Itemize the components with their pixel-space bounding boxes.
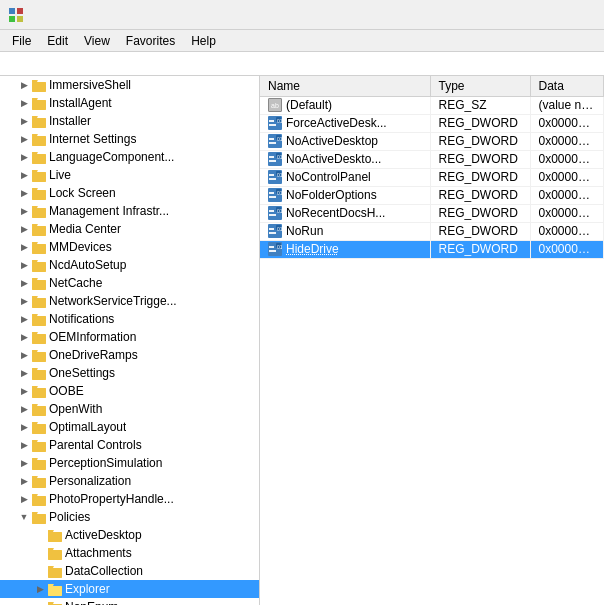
tree-expander[interactable]: ▶ [16,116,32,126]
tree-item-internetsettings[interactable]: ▶ Internet Settings [0,130,259,148]
tree-item-policies[interactable]: ▼ Policies [0,508,259,526]
tree-item-managementinfrastr[interactable]: ▶ Management Infrastr... [0,202,259,220]
svg-rect-53 [32,298,46,308]
tree-expander[interactable]: ▶ [16,332,32,342]
tree-item-networkservicetrigge[interactable]: ▶ NetworkServiceTrigge... [0,292,259,310]
svg-rect-111 [48,548,53,551]
tree-item-nonenum[interactable]: NonEnum [0,598,259,605]
tree-expander[interactable]: ▶ [16,134,32,144]
tree-expander[interactable]: ▶ [16,368,32,378]
tree-item-datacollection[interactable]: DataCollection [0,562,259,580]
minimize-button[interactable] [458,0,504,30]
table-row[interactable]: 01 NoRunREG_DWORD0x00000000 (0) [260,222,604,240]
tree-expander[interactable]: ▶ [16,278,32,288]
tree-expander[interactable]: ▶ [16,206,32,216]
tree-expander[interactable]: ▶ [16,404,32,414]
svg-rect-135 [269,156,274,158]
close-button[interactable] [550,0,596,30]
tree-item-activedesktop[interactable]: ActiveDesktop [0,526,259,544]
tree-item-lockscreen[interactable]: ▶ Lock Screen [0,184,259,202]
table-row[interactable]: 01 NoFolderOptionsREG_DWORD0x00000000 (0… [260,186,604,204]
tree-item-photopropertyhandle[interactable]: ▶ PhotoPropertyHandle... [0,490,259,508]
values-panel[interactable]: Name Type Data ab(Default)REG_SZ(value n… [260,76,604,605]
svg-rect-3 [17,16,23,22]
tree-expander[interactable]: ▶ [16,152,32,162]
table-row[interactable]: ab(Default)REG_SZ(value not set) [260,96,604,114]
table-row[interactable]: 01 NoActiveDesktopREG_DWORD0x00000000 (0… [260,132,604,150]
tree-expander[interactable]: ▶ [16,170,32,180]
tree-item-onesettings[interactable]: ▶ OneSettings [0,364,259,382]
tree-item-installer[interactable]: ▶ Installer [0,112,259,130]
tree-item-immersiveshell[interactable]: ▶ ImmersiveShell [0,76,259,94]
table-row[interactable]: 01 NoRecentDocsH...REG_DWORD0x00000000 (… [260,204,604,222]
tree-expander[interactable]: ▶ [16,242,32,252]
svg-rect-43 [32,242,37,245]
table-row[interactable]: 01 NoActiveDeskto...REG_DWORD0x00000001 … [260,150,604,168]
tree-expander[interactable]: ▶ [16,422,32,432]
folder-icon [32,295,46,308]
tree-item-notifications[interactable]: ▶ Notifications [0,310,259,328]
tree-item-explorer[interactable]: ▶ Explorer [0,580,259,598]
tree-panel[interactable]: ▶ ImmersiveShell▶ InstallAgent▶ Installe… [0,76,260,605]
tree-expander[interactable]: ▶ [16,350,32,360]
tree-expander[interactable]: ▶ [16,224,32,234]
tree-item-oobe[interactable]: ▶ OOBE [0,382,259,400]
value-type-cell: REG_DWORD [430,150,530,168]
tree-item-label: Attachments [65,546,132,560]
tree-expander[interactable]: ▶ [16,440,32,450]
table-row[interactable]: 01 NoControlPanelREG_DWORD0x00000000 (0) [260,168,604,186]
tree-item-oeminformation[interactable]: ▶ OEMInformation [0,328,259,346]
tree-expander[interactable]: ▼ [16,512,32,522]
svg-rect-33 [32,208,46,218]
tree-item-parentalcontrols[interactable]: ▶ Parental Controls [0,436,259,454]
column-type[interactable]: Type [430,76,530,96]
tree-expander[interactable]: ▶ [16,458,32,468]
tree-expander[interactable]: ▶ [16,80,32,90]
address-bar [0,52,604,76]
tree-item-label: LanguageComponent... [49,150,174,164]
tree-item-attachments[interactable]: Attachments [0,544,259,562]
tree-item-label: Explorer [65,582,110,596]
tree-item-label: Notifications [49,312,114,326]
tree-item-perceptionsimulation[interactable]: ▶ PerceptionSimulation [0,454,259,472]
menu-item-edit[interactable]: Edit [39,32,76,50]
value-type-cell: REG_DWORD [430,132,530,150]
tree-expander[interactable]: ▶ [16,260,32,270]
tree-expander[interactable]: ▶ [16,188,32,198]
value-name: ForceActiveDesk... [286,116,387,130]
tree-item-optimallayout[interactable]: ▶ OptimalLayout [0,418,259,436]
tree-item-installagent[interactable]: ▶ InstallAgent [0,94,259,112]
tree-expander[interactable]: ▶ [16,296,32,306]
tree-item-mmdevices[interactable]: ▶ MMDevices [0,238,259,256]
menu-item-file[interactable]: File [4,32,39,50]
title-bar [0,0,604,30]
svg-rect-97 [32,496,46,506]
folder-icon [32,313,46,326]
table-row[interactable]: 01 HideDriveREG_DWORD0x00000000 (0) [260,240,604,258]
tree-expander[interactable]: ▶ [16,314,32,324]
folder-icon [32,421,46,434]
tree-item-ncdautosetup[interactable]: ▶ NcdAutoSetup [0,256,259,274]
maximize-button[interactable] [504,0,550,30]
tree-item-live[interactable]: ▶ Live [0,166,259,184]
tree-item-mediacenter[interactable]: ▶ Media Center [0,220,259,238]
tree-expander[interactable]: ▶ [16,476,32,486]
tree-item-openwith[interactable]: ▶ OpenWith [0,400,259,418]
tree-expander[interactable]: ▶ [16,386,32,396]
menu-item-help[interactable]: Help [183,32,224,50]
menu-item-view[interactable]: View [76,32,118,50]
column-data[interactable]: Data [530,76,604,96]
tree-expander[interactable]: ▶ [16,98,32,108]
tree-item-label: Policies [49,510,90,524]
svg-rect-73 [32,388,46,398]
menu-item-favorites[interactable]: Favorites [118,32,183,50]
tree-item-onedriveramps[interactable]: ▶ OneDriveRamps [0,346,259,364]
tree-expander[interactable]: ▶ [16,494,32,504]
table-row[interactable]: 01 ForceActiveDesk...REG_DWORD0x00000000… [260,114,604,132]
value-name-cell: 01 ForceActiveDesk... [260,114,430,132]
tree-item-netcache[interactable]: ▶ NetCache [0,274,259,292]
tree-item-languagecomponent[interactable]: ▶ LanguageComponent... [0,148,259,166]
tree-expander[interactable]: ▶ [32,584,48,594]
column-name[interactable]: Name [260,76,430,96]
tree-item-personalization[interactable]: ▶ Personalization [0,472,259,490]
